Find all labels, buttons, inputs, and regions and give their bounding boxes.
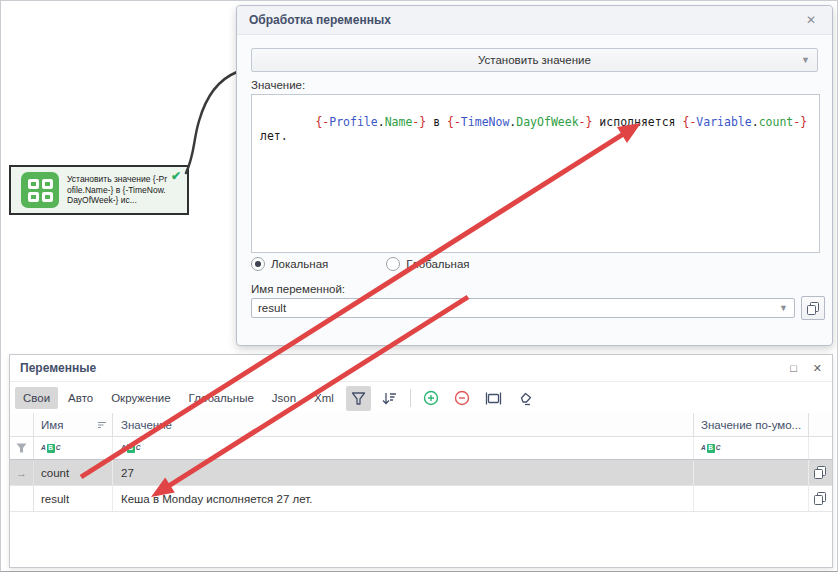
expression-text: {-Profile.Name-} в {-TimeNow.DayOfWeek-}… — [260, 115, 814, 143]
row-copy-cell[interactable] — [809, 466, 832, 479]
sort-mark-icon — [97, 421, 107, 429]
action-dropdown[interactable]: Установить значение ▼ — [251, 48, 818, 72]
copy-icon[interactable] — [814, 492, 827, 505]
dialog-titlebar: Обработка переменных ✕ — [237, 6, 832, 35]
row-copy-cell[interactable] — [809, 492, 832, 505]
toolbar-separator — [410, 389, 411, 407]
grid-filter-row: ABC ABC ABC — [10, 437, 832, 460]
radio-local[interactable]: Локальная — [251, 257, 328, 271]
row-indicator-cell — [10, 486, 34, 511]
filter-button[interactable] — [346, 386, 371, 411]
maximize-icon[interactable]: □ — [790, 362, 797, 374]
action-dropdown-value: Установить значение — [478, 54, 591, 66]
filter-name-cell[interactable]: ABC — [34, 437, 113, 459]
variable-default-cell — [694, 460, 809, 485]
plus-circle-icon — [423, 390, 439, 406]
sort-button[interactable] — [377, 386, 402, 411]
row-indicator-cell: → — [10, 460, 34, 485]
add-variable-button[interactable] — [419, 386, 444, 411]
node-label: Установить значение {-Profile.Name-} в {… — [67, 174, 167, 206]
header-value[interactable]: Значение — [113, 413, 694, 436]
table-row[interactable]: resultКеша в Monday исполняется 27 лет. — [10, 486, 832, 512]
close-icon[interactable]: ✕ — [813, 362, 822, 375]
variable-value-cell: 27 — [113, 460, 694, 485]
panel-titlebar: Переменные □ ✕ — [10, 355, 832, 382]
header-indicator-cell — [10, 413, 34, 436]
variable-name-cell: count — [34, 460, 113, 485]
tab-globalnye[interactable]: Глобальные — [181, 387, 262, 409]
scope-radio-group: Локальная Глобальная — [251, 257, 528, 271]
column-fit-icon — [485, 391, 502, 406]
dialog-variable-processing: Обработка переменных ✕ Установить значен… — [236, 5, 833, 346]
close-icon[interactable]: ✕ — [802, 11, 820, 29]
radio-global[interactable]: Глобальная — [386, 257, 469, 271]
chevron-down-icon: ▼ — [779, 303, 788, 313]
variable-value-cell: Кеша в Monday исполняется 27 лет. — [113, 486, 694, 511]
variable-name-input[interactable]: result ▼ — [251, 298, 795, 318]
abc-filter-icon: ABC — [41, 444, 60, 453]
abc-filter-icon: ABC — [121, 444, 140, 453]
grid-header-row: Имя Значение Значение по-умо... — [10, 413, 832, 437]
tab-avto[interactable]: Авто — [60, 387, 101, 409]
tab-xml[interactable]: Xml — [306, 387, 342, 409]
grid-app-icon — [21, 172, 59, 208]
chevron-down-icon: ▼ — [801, 55, 810, 65]
flow-node-set-value[interactable]: Установить значение {-Profile.Name-} в {… — [9, 165, 189, 215]
dialog-title: Обработка переменных — [249, 13, 802, 27]
funnel-icon — [16, 443, 27, 453]
variable-name-value: result — [258, 302, 286, 314]
variables-grid: Имя Значение Значение по-умо... ABC ABC — [10, 413, 832, 567]
filter-icon — [351, 391, 366, 406]
table-rows: →count27resultКеша в Monday исполняется … — [10, 460, 832, 512]
filter-row-indicator — [10, 437, 34, 459]
variable-default-cell — [694, 486, 809, 511]
panel-toolbar: СвоиАвтоОкружениеГлобальныеJsonXml — [10, 382, 832, 414]
variables-panel: Переменные □ ✕ СвоиАвтоОкружениеГлобальн… — [9, 354, 833, 568]
sort-icon — [381, 391, 397, 406]
best-fit-button[interactable] — [481, 386, 506, 411]
variable-name-label: Имя переменной: — [251, 283, 345, 295]
app-canvas: Установить значение {-Profile.Name-} в {… — [0, 0, 838, 572]
tab-json[interactable]: Json — [264, 387, 304, 409]
success-check-icon: ✔ — [171, 169, 181, 183]
table-row[interactable]: →count27 — [10, 460, 832, 486]
tab-svoi[interactable]: Свои — [15, 387, 58, 409]
panel-title: Переменные — [20, 361, 774, 375]
filter-default-cell[interactable]: ABC — [694, 437, 809, 459]
radio-local-label: Локальная — [271, 258, 328, 270]
current-row-arrow-icon: → — [16, 467, 27, 479]
copy-button[interactable] — [801, 296, 825, 320]
panel-tabs: СвоиАвтоОкружениеГлобальныеJsonXml — [14, 387, 343, 409]
variable-name-cell: result — [34, 486, 113, 511]
copy-icon — [807, 302, 820, 315]
value-label: Значение: — [251, 79, 305, 91]
radio-selected-icon — [251, 257, 265, 271]
radio-global-label: Глобальная — [406, 258, 469, 270]
filter-value-cell[interactable]: ABC — [113, 437, 694, 459]
tab-okruzhenie[interactable]: Окружение — [103, 387, 178, 409]
minus-circle-icon — [454, 390, 470, 406]
header-name[interactable]: Имя — [34, 413, 113, 436]
radio-unselected-icon — [386, 257, 400, 271]
eraser-icon — [516, 391, 533, 406]
copy-icon[interactable] — [814, 466, 827, 479]
abc-filter-icon: ABC — [701, 444, 720, 453]
clear-filter-button[interactable] — [512, 386, 537, 411]
remove-variable-button[interactable] — [450, 386, 475, 411]
value-textarea[interactable]: {-Profile.Name-} в {-TimeNow.DayOfWeek-}… — [251, 94, 820, 253]
header-default[interactable]: Значение по-умо... — [694, 413, 809, 436]
